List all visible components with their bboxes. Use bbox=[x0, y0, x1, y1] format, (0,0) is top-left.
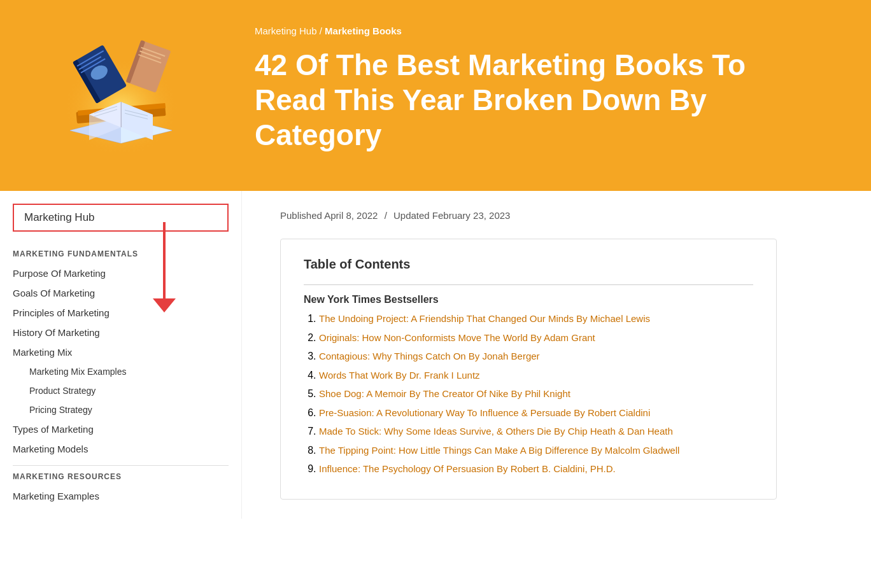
content-area: Published April 8, 2022 / Updated Februa… bbox=[242, 191, 871, 519]
toc-link-9[interactable]: Influence: The Psychology Of Persuasion … bbox=[319, 463, 616, 474]
toc-link-4[interactable]: Words That Work By Dr. Frank I Luntz bbox=[319, 370, 480, 381]
header-content: Marketing Hub / Marketing Books 42 Of Th… bbox=[242, 13, 871, 166]
toc-section-nyt: New York Times Bestsellers bbox=[304, 294, 753, 305]
sidebar-section-resources: Marketing Resources bbox=[13, 472, 229, 481]
list-item: The Tipping Point: How Little Things Can… bbox=[319, 444, 753, 458]
list-item: Words That Work By Dr. Frank I Luntz bbox=[319, 368, 753, 383]
breadcrumb: Marketing Hub / Marketing Books bbox=[255, 25, 833, 36]
list-item: The Undoing Project: A Friendship That C… bbox=[319, 312, 753, 326]
toc-box: Table of Contents New York Times Bestsel… bbox=[280, 239, 777, 500]
toc-link-1[interactable]: The Undoing Project: A Friendship That C… bbox=[319, 313, 650, 324]
list-item: Influence: The Psychology Of Persuasion … bbox=[319, 462, 753, 477]
toc-link-5[interactable]: Shoe Dog: A Memoir By The Creator Of Nik… bbox=[319, 388, 570, 399]
toc-link-6[interactable]: Pre-Suasion: A Revolutionary Way To Infl… bbox=[319, 407, 650, 418]
toc-link-2[interactable]: Originals: How Non-Conformists Move The … bbox=[319, 332, 595, 343]
sidebar-item-mix-examples[interactable]: Marketing Mix Examples bbox=[13, 362, 229, 381]
sidebar-item-goals[interactable]: Goals Of Marketing bbox=[13, 283, 229, 303]
sidebar-item-pricing-strategy[interactable]: Pricing Strategy bbox=[13, 400, 229, 419]
sidebar-item-history[interactable]: History Of Marketing bbox=[13, 323, 229, 342]
publish-info: Published April 8, 2022 / Updated Februa… bbox=[280, 210, 833, 221]
sidebar-item-marketing-mix[interactable]: Marketing Mix bbox=[13, 342, 229, 362]
sidebar-divider bbox=[13, 465, 229, 466]
toc-list-nyt: The Undoing Project: A Friendship That C… bbox=[304, 312, 753, 477]
toc-divider bbox=[304, 284, 753, 285]
sidebar-item-principles[interactable]: Principles of Marketing bbox=[13, 303, 229, 323]
list-item: Made To Stick: Why Some Ideas Survive, &… bbox=[319, 424, 753, 439]
toc-title: Table of Contents bbox=[304, 257, 753, 272]
marketing-hub-box[interactable]: Marketing Hub bbox=[13, 204, 229, 232]
sidebar-section-fundamentals: Marketing Fundamentals bbox=[13, 249, 229, 258]
header-logo-area bbox=[0, 13, 242, 165]
toc-link-8[interactable]: The Tipping Point: How Little Things Can… bbox=[319, 445, 679, 456]
sidebar-item-purpose[interactable]: Purpose Of Marketing bbox=[13, 263, 229, 283]
list-item: Pre-Suasion: A Revolutionary Way To Infl… bbox=[319, 406, 753, 421]
list-item: Shoe Dog: A Memoir By The Creator Of Nik… bbox=[319, 387, 753, 402]
sidebar-item-models[interactable]: Marketing Models bbox=[13, 439, 229, 459]
page-title: 42 Of The Best Marketing Books To Read T… bbox=[255, 48, 764, 153]
header-banner: Marketing Hub / Marketing Books 42 Of Th… bbox=[0, 0, 871, 191]
list-item: Contagious: Why Things Catch On By Jonah… bbox=[319, 349, 753, 364]
logo-icon bbox=[38, 19, 204, 159]
toc-link-7[interactable]: Made To Stick: Why Some Ideas Survive, &… bbox=[319, 426, 673, 437]
marketing-hub-label: Marketing Hub bbox=[24, 211, 95, 223]
sidebar: Marketing Hub Marketing Fundamentals Pur… bbox=[0, 191, 242, 519]
sidebar-item-types[interactable]: Types of Marketing bbox=[13, 419, 229, 439]
main-area: Marketing Hub Marketing Fundamentals Pur… bbox=[0, 191, 871, 519]
list-item: Originals: How Non-Conformists Move The … bbox=[319, 331, 753, 346]
sidebar-item-examples[interactable]: Marketing Examples bbox=[13, 486, 229, 506]
toc-link-3[interactable]: Contagious: Why Things Catch On By Jonah… bbox=[319, 351, 540, 361]
sidebar-item-product-strategy[interactable]: Product Strategy bbox=[13, 381, 229, 400]
